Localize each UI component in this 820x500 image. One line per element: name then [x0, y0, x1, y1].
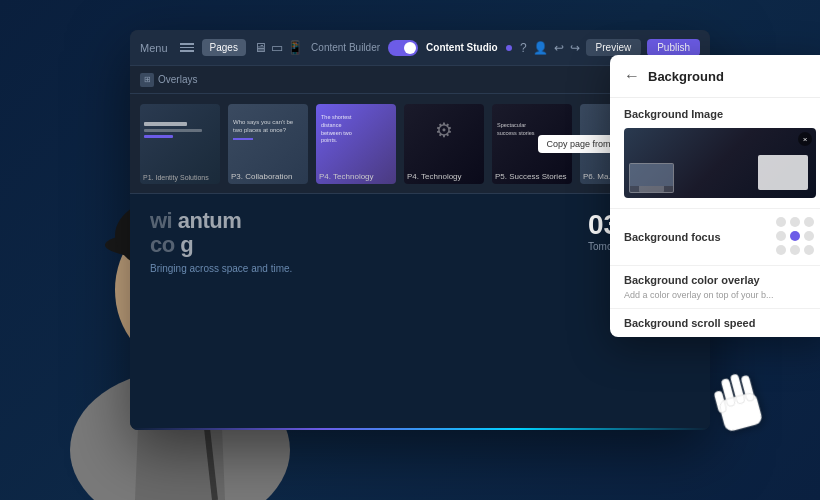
focus-dot-7[interactable] [790, 245, 800, 255]
bg-image-section: Background Image × [610, 98, 820, 209]
bg-image-close-button[interactable]: × [798, 132, 812, 146]
help-icon[interactable]: ? [520, 41, 527, 55]
tablet-icon[interactable]: ▭ [271, 40, 283, 55]
thumbnail-3[interactable]: The shortestdistancebetween twopoints. P… [316, 104, 396, 184]
bg-overlay-desc: Add a color overlay on top of your b... [624, 290, 816, 300]
bg-overlay-title: Background color overlay [624, 274, 816, 286]
menu-label[interactable]: Menu [140, 42, 168, 54]
redo-icon[interactable]: ↪ [570, 41, 580, 55]
thumb-label-1: P1. Identity Solutions [143, 174, 209, 181]
bg-panel-title: Background [648, 69, 724, 84]
mode-toggle[interactable] [388, 40, 418, 56]
content-builder-label: Content Builder [311, 42, 380, 53]
desktop-icon[interactable]: 🖥 [254, 40, 267, 55]
bg-overlay-row: Background color overlay Add a color ove… [610, 266, 820, 309]
thumb-label-5: P5. Success Stories [495, 172, 567, 181]
preview-button[interactable]: Preview [586, 39, 642, 56]
thumb-label-2: P3. Collaboration [231, 172, 292, 181]
mobile-icon[interactable]: 📱 [287, 40, 303, 55]
bg-scroll-row: Background scroll speed [610, 309, 820, 337]
bg-focus-label: Background focus [624, 231, 721, 243]
publish-button[interactable]: Publish [647, 39, 700, 56]
gear-icon: ⚙ [435, 118, 453, 142]
focus-dot-6[interactable] [776, 245, 786, 255]
thumbnail-1[interactable]: P1. Identity Solutions [140, 104, 220, 184]
bg-scroll-title: Background scroll speed [624, 317, 816, 329]
focus-dot-2[interactable] [804, 217, 814, 227]
focus-dot-8[interactable] [804, 245, 814, 255]
background-panel: ← Background Background Image × Backgrou… [610, 55, 820, 337]
undo-icon[interactable]: ↩ [554, 41, 564, 55]
canvas-subtext: Bringing across space and time. [150, 263, 690, 274]
focus-dot-5[interactable] [804, 231, 814, 241]
pages-button[interactable]: Pages [202, 39, 246, 56]
focus-dot-1[interactable] [790, 217, 800, 227]
bg-image-preview[interactable]: × [624, 128, 816, 198]
user-icon[interactable]: 👤 [533, 41, 548, 55]
content-studio-label: Content Studio [426, 42, 498, 53]
toolbar-right: ? 👤 ↩ ↪ Preview Publish [520, 39, 700, 56]
bg-focus-row: Background focus [610, 209, 820, 266]
bg-image-label: Background Image [624, 108, 816, 120]
focus-dot-3[interactable] [776, 231, 786, 241]
menu-icon[interactable] [180, 43, 194, 52]
overlays-label[interactable]: Overlays [158, 74, 197, 85]
thumbnail-2[interactable]: Who says you can't betwo places at once?… [228, 104, 308, 184]
view-icons: 🖥 ▭ 📱 [254, 40, 303, 55]
bg-panel-header: ← Background [610, 55, 820, 98]
focus-dot-0[interactable] [776, 217, 786, 227]
thumbnail-4[interactable]: ⚙ P4. Technology [404, 104, 484, 184]
focus-dots-grid [776, 217, 816, 257]
thumb-label-4: P4. Technology [407, 172, 462, 181]
focus-dot-4[interactable] [790, 231, 800, 241]
content-studio-indicator [506, 45, 512, 51]
thumb-label-3: P4. Technology [319, 172, 374, 181]
overlays-icon: ⊞ [140, 73, 154, 87]
gradient-line [130, 428, 710, 430]
back-button[interactable]: ← [624, 67, 640, 85]
toolbar-center: Content Builder Content Studio [311, 40, 512, 56]
